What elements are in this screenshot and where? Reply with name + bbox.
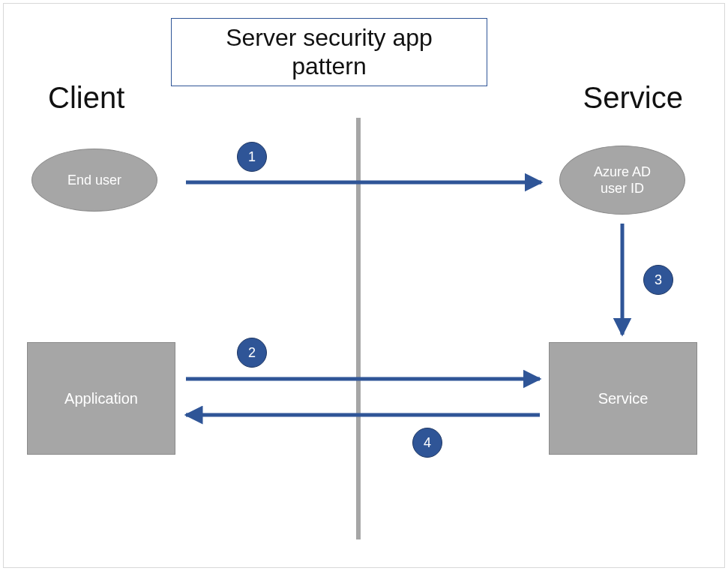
end-user-label: End user (67, 172, 121, 189)
service-heading: Service (583, 83, 683, 113)
application-label: Application (64, 390, 138, 407)
client-heading: Client (48, 83, 124, 113)
step-badge-1: 1 (237, 142, 267, 172)
vertical-divider (356, 118, 361, 539)
diagram-title: Server security app pattern (171, 18, 487, 86)
azure-ad-label: Azure ADuser ID (594, 164, 651, 197)
step-badge-2: 2 (237, 338, 267, 368)
azure-ad-node: Azure ADuser ID (559, 146, 685, 215)
step-badge-4: 4 (412, 428, 442, 458)
step-badge-3: 3 (643, 265, 673, 295)
end-user-node: End user (31, 149, 157, 212)
application-node: Application (27, 342, 175, 455)
diagram-canvas: Server security app pattern Client Servi… (0, 0, 728, 571)
service-label: Service (598, 390, 649, 407)
service-node: Service (549, 342, 697, 455)
